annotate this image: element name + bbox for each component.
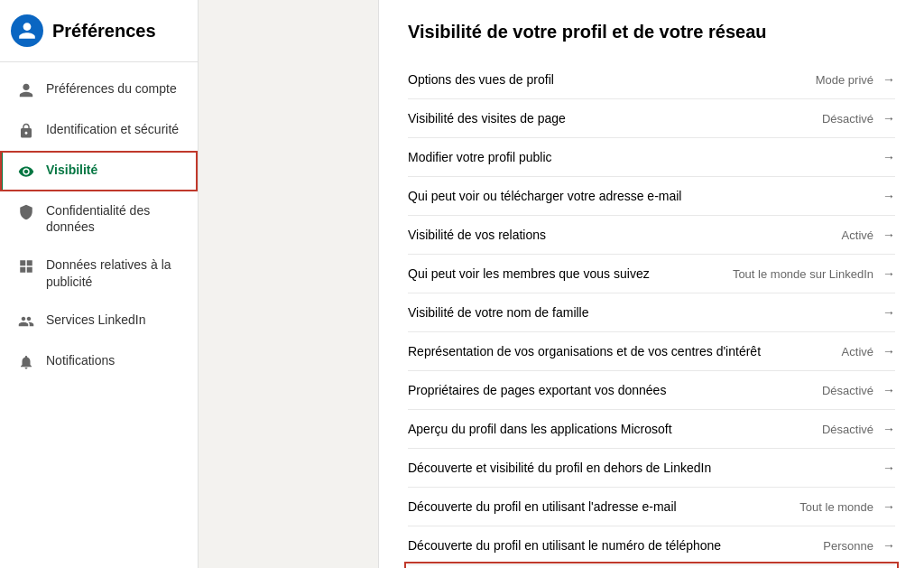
settings-item-value: Activé→ bbox=[842, 344, 895, 358]
eye-icon bbox=[17, 163, 35, 181]
settings-item-status: Désactivé bbox=[822, 423, 873, 436]
sidebar-item-label-linkedin_services: Services LinkedIn bbox=[46, 312, 146, 328]
settings-item-status: Personne bbox=[823, 539, 873, 553]
section-title: Visibilité de votre profil et de votre r… bbox=[408, 22, 895, 42]
settings-item[interactable]: Options des vues de profilMode privé→ bbox=[408, 61, 895, 99]
main-content: Visibilité de votre profil et de votre r… bbox=[379, 0, 924, 568]
settings-item[interactable]: Propriétaires de pages exportant vos don… bbox=[408, 371, 895, 410]
settings-item-status: Activé bbox=[842, 345, 873, 358]
arrow-icon: → bbox=[882, 72, 895, 87]
settings-item-label: Visibilité de vos relations bbox=[408, 228, 831, 242]
settings-item-label: Découverte du profil en utilisant l'adre… bbox=[408, 499, 789, 514]
settings-item-value: Mode privé→ bbox=[816, 72, 895, 87]
sidebar-item-account[interactable]: Préférences du compte bbox=[0, 70, 198, 110]
settings-item-label: Propriétaires de pages exportant vos don… bbox=[408, 383, 811, 397]
settings-item[interactable]: Qui peut voir les membres que vous suive… bbox=[408, 255, 895, 293]
settings-item-value: → bbox=[879, 305, 895, 320]
settings-item[interactable]: Qui peut voir ou télécharger votre adres… bbox=[408, 177, 895, 216]
settings-item-value: → bbox=[879, 189, 895, 203]
settings-item[interactable]: Visibilité de votre nom de famille→ bbox=[408, 293, 895, 332]
settings-item-status: Tout le monde bbox=[799, 500, 873, 514]
sidebar-item-visibility[interactable]: Visibilité bbox=[0, 151, 198, 191]
person_list-icon bbox=[17, 312, 35, 331]
sidebar-item-label-privacy: Confidentialité des données bbox=[46, 202, 183, 235]
settings-item[interactable]: Découverte du profil en utilisant l'adre… bbox=[408, 488, 895, 526]
bell-icon bbox=[17, 353, 35, 371]
sidebar-item-notifications[interactable]: Notifications bbox=[0, 341, 198, 382]
sidebar: Préférences Préférences du compteIdentif… bbox=[0, 0, 199, 568]
settings-item-value: Désactivé→ bbox=[822, 383, 895, 397]
settings-item-value: → bbox=[879, 461, 895, 475]
settings-item-label: Représentation de vos organisations et d… bbox=[408, 344, 831, 358]
settings-item[interactable]: Représentation de vos organisations et d… bbox=[408, 332, 895, 371]
settings-item[interactable]: Découverte et visibilité du profil en de… bbox=[408, 449, 895, 488]
sidebar-item-privacy[interactable]: Confidentialité des données bbox=[0, 191, 198, 246]
settings-item-value: Activé→ bbox=[842, 228, 895, 242]
arrow-icon: → bbox=[882, 499, 895, 514]
arrow-icon: → bbox=[882, 344, 895, 358]
sidebar-item-security[interactable]: Identification et sécurité bbox=[0, 110, 198, 151]
settings-item[interactable]: Visibilité des visites de pageDésactivé→ bbox=[408, 99, 895, 138]
settings-item[interactable]: Aperçu du profil dans les applications M… bbox=[408, 410, 895, 449]
arrow-icon: → bbox=[882, 305, 895, 320]
settings-item-value: Désactivé→ bbox=[822, 422, 895, 436]
lock-icon bbox=[17, 122, 35, 140]
settings-item-value: → bbox=[879, 150, 895, 164]
settings-item-value: Tout le monde→ bbox=[799, 499, 895, 514]
settings-item[interactable]: Découverte du profil en utilisant le num… bbox=[408, 526, 895, 565]
arrow-icon: → bbox=[882, 228, 895, 242]
settings-item-label: Découverte du profil en utilisant le num… bbox=[408, 538, 812, 553]
settings-item[interactable]: Modifier votre profil public→ bbox=[408, 138, 895, 177]
arrow-icon: → bbox=[882, 538, 895, 553]
sidebar-title: Préférences bbox=[52, 21, 156, 42]
sidebar-item-label-account: Préférences du compte bbox=[46, 80, 177, 97]
settings-item-status: Mode privé bbox=[816, 73, 873, 87]
person-icon bbox=[17, 81, 35, 99]
arrow-icon: → bbox=[882, 266, 895, 281]
settings-item-status: Désactivé bbox=[822, 112, 873, 126]
sidebar-item-label-notifications: Notifications bbox=[46, 352, 115, 368]
sidebar-header: Préférences bbox=[0, 0, 198, 62]
middle-panel bbox=[199, 0, 379, 568]
settings-item-status: Tout le monde sur LinkedIn bbox=[733, 267, 873, 281]
sidebar-item-label-security: Identification et sécurité bbox=[46, 121, 179, 137]
sidebar-item-linkedin_services[interactable]: Services LinkedIn bbox=[0, 301, 198, 341]
settings-item-label: Découverte et visibilité du profil en de… bbox=[408, 461, 868, 475]
settings-item-value: Désactivé→ bbox=[822, 111, 895, 126]
arrow-icon: → bbox=[882, 422, 895, 436]
settings-item-label: Visibilité des visites de page bbox=[408, 111, 811, 126]
sidebar-nav: Préférences du compteIdentification et s… bbox=[0, 62, 198, 389]
arrow-icon: → bbox=[882, 111, 895, 126]
settings-item-value: Personne→ bbox=[823, 538, 895, 553]
arrow-icon: → bbox=[882, 189, 895, 203]
settings-item-value: Tout le monde sur LinkedIn→ bbox=[733, 266, 895, 281]
settings-item-label: Visibilité de votre nom de famille bbox=[408, 305, 868, 320]
avatar bbox=[11, 14, 43, 47]
sidebar-item-advertising[interactable]: Données relatives à la publicité bbox=[0, 246, 198, 300]
settings-item-status: Désactivé bbox=[822, 384, 873, 397]
settings-item[interactable]: Visibilité de vos relationsActivé→ bbox=[408, 216, 895, 255]
settings-item-label: Qui peut voir les membres que vous suive… bbox=[408, 266, 722, 281]
shield-icon bbox=[17, 203, 35, 221]
grid-icon bbox=[17, 257, 35, 275]
sidebar-item-label-advertising: Données relatives à la publicité bbox=[46, 256, 183, 289]
arrow-icon: → bbox=[882, 461, 895, 475]
arrow-icon: → bbox=[882, 150, 895, 164]
settings-item-label: Modifier votre profil public bbox=[408, 150, 868, 164]
settings-list: Options des vues de profilMode privé→Vis… bbox=[408, 61, 895, 568]
settings-item-label: Qui peut voir ou télécharger votre adres… bbox=[408, 189, 868, 203]
arrow-icon: → bbox=[882, 383, 895, 397]
settings-item-status: Activé bbox=[842, 228, 873, 242]
sidebar-item-label-visibility: Visibilité bbox=[46, 162, 97, 178]
settings-item-label: Aperçu du profil dans les applications M… bbox=[408, 422, 811, 436]
settings-item-label: Options des vues de profil bbox=[408, 72, 805, 87]
